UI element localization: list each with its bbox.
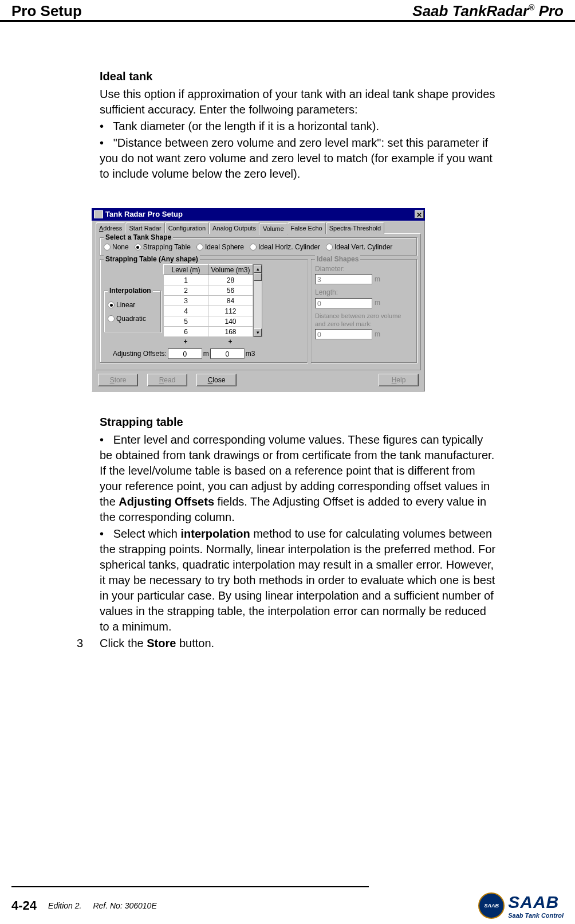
close-button[interactable]: Close: [196, 374, 237, 386]
header-left: Pro Setup: [11, 2, 82, 20]
length-label: Length:: [315, 288, 413, 297]
tab-false-echo[interactable]: False Echo: [288, 222, 326, 234]
ideal-legend: Ideal Shapes: [315, 255, 360, 264]
interp-groupbox: Interpolation Linear Quadratic: [104, 291, 161, 332]
tab-address[interactable]: Address: [96, 222, 125, 234]
tab-start-radar[interactable]: Start Radar: [125, 222, 164, 234]
logo-badge-icon: SAAB: [478, 892, 505, 919]
shape-radio-sphere[interactable]: Ideal Sphere: [196, 242, 244, 252]
dist-input: 0: [315, 329, 372, 339]
th-level: Level (m): [164, 265, 208, 275]
table-row: 5140: [164, 316, 253, 327]
ideal-tank-intro: Use this option if approximation of your…: [100, 87, 498, 118]
ideal-shapes-groupbox: Ideal Shapes Diameter: 3 m Length: 0: [311, 259, 417, 363]
table-row: 384: [164, 296, 253, 306]
interp-quadratic[interactable]: Quadratic: [108, 314, 157, 323]
plus-row: + +: [163, 337, 304, 346]
logo-text: SAAB: [508, 892, 564, 912]
scroll-thumb[interactable]: [254, 273, 262, 281]
page-footer: 4-24 Edition 2. Ref. No: 306010E SAAB SA…: [0, 887, 575, 924]
strapping-table-heading: Strapping table: [100, 414, 498, 430]
shape-radio-none[interactable]: None: [104, 242, 129, 252]
diameter-input: 3: [315, 274, 372, 284]
shape-radio-horiz[interactable]: Ideal Horiz. Cylinder: [250, 242, 320, 252]
header-right: Saab TankRadar® Pro: [412, 2, 564, 20]
shape-groupbox: Select a Tank Shape None Strapping Table…: [100, 237, 417, 256]
read-button[interactable]: Read: [147, 374, 187, 386]
edition-text: Edition 2.: [48, 901, 81, 910]
logo-subtext: Saab Tank Control: [508, 912, 564, 919]
saab-logo: SAAB SAAB Saab Tank Control: [478, 892, 564, 919]
dialog-screenshot: Tank Radar Pro Setup ✕ Address Start Rad…: [92, 208, 425, 391]
table-row: 4112: [164, 306, 253, 316]
table-row: 6168: [164, 327, 253, 337]
shape-radio-strapping[interactable]: Strapping Table: [135, 242, 191, 252]
ref-text: Ref. No: 306010E: [93, 901, 156, 910]
shape-radio-vert[interactable]: Ideal Vert. Cylinder: [326, 242, 392, 252]
window-icon: [94, 210, 103, 218]
close-icon[interactable]: ✕: [415, 210, 424, 218]
table-row: 128: [164, 275, 253, 285]
content-area: Ideal tank Use this option if approximat…: [100, 69, 498, 651]
tab-spectra-threshold[interactable]: Spectra-Threshold: [326, 222, 385, 234]
offset-level-input[interactable]: 0: [168, 349, 202, 359]
strap-para-1: • Enter level and corresponding volume v…: [100, 432, 498, 525]
tab-configuration[interactable]: Configuration: [165, 222, 209, 234]
step-3: 3 Click the Store button.: [77, 636, 498, 651]
adjusting-offsets-row: Adjusting Offsets: 0 m 0 m3: [104, 349, 304, 359]
th-volume: Volume (m3): [208, 265, 253, 275]
page-number: 4-24: [11, 898, 37, 913]
interp-linear[interactable]: Linear: [108, 300, 157, 310]
bullet-1: • Tank diameter (or the length if it is …: [100, 119, 498, 134]
offset-volume-input[interactable]: 0: [210, 349, 245, 359]
dialog-button-row: Store Read Close Help: [96, 370, 421, 386]
dist-label: Distance between zero volume and zero le…: [315, 312, 413, 329]
strapping-table[interactable]: Level (m)Volume (m3) 128 256 384 4112 51…: [163, 264, 253, 337]
tab-pane-volume: Select a Tank Shape None Strapping Table…: [96, 233, 421, 370]
store-button[interactable]: Store: [98, 374, 138, 386]
scroll-up-icon[interactable]: ▴: [254, 265, 262, 273]
tabs-row: Address Start Radar Configuration Analog…: [96, 222, 421, 234]
offsets-label: Adjusting Offsets:: [113, 349, 167, 358]
interp-legend: Interpolation: [108, 286, 153, 295]
table-scrollbar[interactable]: ▴ ▾: [253, 264, 262, 337]
diameter-label: Diameter:: [315, 264, 413, 273]
strap-legend: Strapping Table (Any shape): [104, 255, 200, 264]
strapping-groupbox: Strapping Table (Any shape) Interpolatio…: [100, 259, 308, 363]
tab-analog-outputs[interactable]: Analog Outputs: [209, 222, 259, 234]
tab-volume[interactable]: Volume: [259, 223, 288, 234]
scroll-down-icon[interactable]: ▾: [254, 328, 262, 336]
shape-legend: Select a Tank Shape: [104, 233, 173, 242]
ideal-tank-heading: Ideal tank: [100, 69, 498, 84]
bullet-2: • "Distance between zero volume and zero…: [100, 135, 498, 182]
table-row: 256: [164, 285, 253, 296]
page-header: Pro Setup Saab TankRadar® Pro: [0, 0, 575, 22]
window-titlebar[interactable]: Tank Radar Pro Setup ✕: [92, 208, 425, 221]
strap-para-2: • Select which interpolation method to u…: [100, 526, 498, 635]
length-input: 0: [315, 298, 372, 308]
window-title: Tank Radar Pro Setup: [105, 209, 183, 220]
dialog-body: Address Start Radar Configuration Analog…: [92, 221, 425, 391]
help-button[interactable]: Help: [379, 374, 419, 386]
